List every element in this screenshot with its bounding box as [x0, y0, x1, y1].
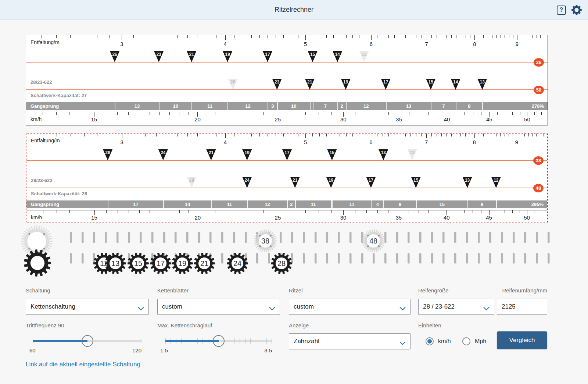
sprocket-marker-38x28[interactable]: 28	[103, 149, 112, 160]
dev-axis-tick	[110, 35, 110, 38]
help-icon[interactable]: ?	[557, 6, 566, 15]
ritzel-dropdown[interactable]: custom	[289, 299, 410, 315]
dev-axis-tick	[431, 35, 432, 38]
vergleich-button[interactable]: Vergleich	[497, 331, 547, 349]
sprocket-marker-36x23[interactable]: 23	[154, 51, 164, 62]
dev-axis-tick	[447, 35, 447, 38]
gear-chart-panel-2-selected[interactable]: 3456789Entfaltung/m382824211917151312482…	[26, 133, 548, 223]
kmh-axis-tick	[355, 210, 355, 213]
sprocket-marker-48x15[interactable]: 15	[411, 177, 421, 188]
gear-icon[interactable]	[571, 4, 582, 15]
sprocket-marker-50x23[interactable]: 23	[272, 79, 282, 90]
dev-axis-tick	[488, 35, 488, 38]
reifenumfang-input[interactable]	[497, 299, 547, 315]
settings-permalink[interactable]: Link auf die aktuell eingestellte Schalt…	[26, 361, 140, 368]
svg-text:24: 24	[233, 259, 241, 267]
kmh-axis-title: km/h	[31, 214, 42, 220]
sprocket-marker-48x24[interactable]: 24	[242, 177, 252, 188]
sprocket-marker-38x21[interactable]: 21	[206, 149, 216, 160]
chainring-scale-tick	[338, 232, 340, 243]
chainring-gear-48[interactable]: 48	[362, 229, 385, 254]
sprocket-marker-50x13[interactable]: 13	[477, 79, 487, 90]
slider-handle[interactable]	[213, 335, 225, 347]
sprocket-marker-38x13[interactable]: 13	[379, 149, 388, 160]
sprocket-marker-48x19[interactable]: 19	[326, 177, 336, 188]
sprocket-marker-50x21[interactable]: 21	[305, 79, 315, 90]
sprocket-marker-48x12[interactable]: 12	[491, 177, 501, 188]
sprocket-marker-36x19[interactable]: 19	[223, 51, 232, 62]
gangsprung-segment: 4	[371, 200, 383, 208]
kmh-axis-tick	[292, 210, 292, 213]
kmh-axis-tick-label: 30	[340, 116, 347, 122]
kmh-axis-tick	[465, 112, 465, 115]
gangsprung-segment: 11	[191, 102, 227, 110]
dev-axis-tick	[251, 134, 252, 136]
sprocket-gear-21[interactable]: 21	[193, 252, 215, 276]
sprocket-marker-36x17[interactable]: 17	[263, 51, 272, 62]
dev-axis-tick	[298, 134, 298, 136]
sprocket-marker-38x17[interactable]: 17	[282, 149, 292, 160]
sprocket-gear-19[interactable]: 19	[171, 252, 193, 276]
kmh-axis-tick	[534, 210, 534, 213]
gangsprung-segment: 8	[456, 102, 483, 110]
sprocket-marker-38x24[interactable]: 24	[158, 149, 168, 160]
sprocket-scale-tick	[338, 253, 340, 263]
sprocket-marker-50x14[interactable]: 14	[451, 79, 460, 90]
sprocket-gear-13[interactable]: 13	[104, 252, 126, 276]
gangsprung-segment: 278%	[482, 102, 548, 110]
dev-axis-title: Entfaltung/m	[31, 39, 60, 45]
sprocket-marker-48x17[interactable]: 17	[366, 177, 376, 188]
chainring-scale-tick	[198, 232, 200, 243]
sprocket-marker-48x13[interactable]: 13	[463, 177, 472, 188]
sprocket-marker-36x26[interactable]: 26	[110, 51, 119, 62]
dev-axis-tick	[298, 35, 298, 38]
gangsprung-title: Gangsprung	[31, 102, 59, 110]
slider-handle[interactable]	[82, 335, 93, 347]
sprocket-scale-tick	[396, 253, 398, 263]
sprocket-gear-24[interactable]: 24	[226, 252, 248, 276]
chainring-scale-tick	[513, 232, 514, 243]
chevron-down-icon	[399, 305, 406, 312]
sprocket-marker-36x14[interactable]: 14	[333, 51, 342, 62]
gangsprung-segment	[310, 102, 313, 110]
sprocket-marker-50x17[interactable]: 17	[381, 79, 391, 90]
schaltung-dropdown[interactable]: Kettenschaltung	[26, 299, 149, 315]
kmh-axis-tick	[377, 210, 378, 213]
kmh-axis-tick	[248, 210, 248, 213]
radio-mph[interactable]	[462, 337, 470, 345]
kmh-axis-tick	[428, 210, 429, 213]
chainring-scale-tick	[548, 232, 549, 243]
gangsprung-segment: 12	[346, 102, 386, 110]
radio-kmh-label: km/h	[438, 338, 451, 345]
kmh-axis-tick	[505, 112, 505, 115]
dev-axis-tick	[243, 134, 243, 136]
sprocket-gear-17[interactable]: 17	[150, 252, 172, 276]
kettenschraeglauf-slider[interactable]	[165, 340, 272, 342]
reifengroesse-dropdown[interactable]: 28 / 23-622	[418, 299, 494, 315]
kettenschraeglauf-max: 3.5	[262, 347, 272, 353]
sprocket-marker-38x19[interactable]: 19	[242, 149, 252, 160]
radio-kmh[interactable]	[426, 337, 434, 345]
dev-axis-tick	[405, 134, 406, 136]
kettenblaetter-dropdown[interactable]: custom	[157, 299, 280, 315]
trittfrequenz-slider[interactable]	[33, 340, 141, 342]
sprocket-gear-15[interactable]: 15	[127, 252, 149, 276]
gear-chart-panel-1[interactable]: 3456789Entfaltung/m362623211917151413502…	[26, 35, 548, 125]
sprocket-scale-tick	[221, 253, 223, 263]
dev-axis-tick	[352, 134, 353, 136]
sprocket-marker-36x21[interactable]: 21	[187, 51, 196, 62]
sprocket-gear-28[interactable]: 28	[270, 252, 293, 276]
gear-row-line	[26, 62, 548, 63]
chainring-gear-38[interactable]: 38	[254, 229, 277, 254]
sprocket-marker-48x21[interactable]: 21	[290, 177, 300, 188]
sprocket-marker-50x15[interactable]: 15	[426, 79, 435, 90]
sprocket-marker-36x15[interactable]: 15	[308, 51, 318, 62]
dev-axis-tick	[283, 35, 284, 38]
svg-text:13: 13	[111, 259, 119, 267]
sprocket-marker-50x19[interactable]: 19	[341, 79, 351, 90]
kmh-axis-tick	[43, 112, 43, 115]
dev-axis-tick	[42, 35, 42, 38]
kmh-axis-tick	[179, 112, 179, 115]
sprocket-marker-38x15[interactable]: 15	[327, 149, 337, 160]
anzeige-dropdown[interactable]: Zahnzahl	[289, 333, 410, 349]
